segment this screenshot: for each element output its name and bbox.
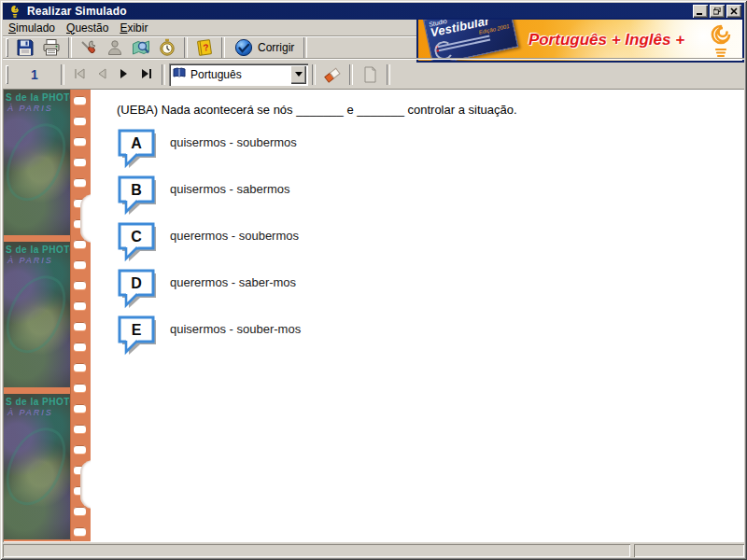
banner-headline: Português + Inglês + [519, 20, 694, 61]
menu-questao[interactable]: Questão [61, 21, 114, 35]
toolbar-separator [387, 64, 390, 85]
status-panel-left [3, 544, 630, 557]
answer-option[interactable]: A quisermos - soubermos [117, 129, 729, 170]
answer-bubble-icon[interactable]: E [117, 315, 160, 357]
frame-caption: S de la PHOTO [6, 92, 69, 103]
app-bulb-icon [7, 4, 22, 19]
answer-option[interactable]: E quisermos - souber-mos [117, 315, 729, 357]
sprocket-hole [74, 281, 86, 289]
minimize-button[interactable] [693, 5, 708, 18]
print-button[interactable] [38, 36, 64, 59]
toolbar-grip[interactable] [6, 65, 8, 84]
corrigir-label: Corrigir [258, 41, 294, 54]
status-panel-right [634, 544, 744, 557]
answer-bubble-icon[interactable]: A [117, 129, 160, 170]
answer-option[interactable]: D querermos - saber-mos [117, 269, 729, 310]
frame-subcaption: À PARIS [7, 408, 53, 417]
filmstrip-frames: S de la PHOTO À PARIS S de la PHOTO À PA… [4, 90, 71, 541]
filmstrip-photo-frame: S de la PHOTO À PARIS [4, 394, 71, 539]
sprocket-hole [74, 527, 86, 536]
sprocket-hole [74, 507, 86, 515]
toolbar-separator [312, 64, 316, 85]
close-button[interactable] [726, 5, 741, 18]
toolbar-separator [162, 64, 165, 85]
sprocket-hole [74, 384, 86, 392]
option-letter: B [131, 182, 142, 198]
toolbar-separator [221, 37, 225, 58]
next-question-button[interactable] [113, 64, 135, 85]
save-button[interactable] [12, 36, 38, 59]
timer-button[interactable] [154, 36, 180, 59]
question-area: S de la PHOTO À PARIS S de la PHOTO À PA… [3, 89, 744, 542]
option-text: querermos - saber-mos [170, 275, 296, 289]
printer-icon [42, 38, 61, 57]
toolbar-grip[interactable] [6, 38, 8, 57]
toolbar-separator [303, 37, 307, 58]
sprocket-hole [74, 96, 86, 105]
option-text: quisermos - souber-mos [170, 322, 301, 336]
sprocket-hole [74, 137, 86, 146]
sprocket-hole [74, 404, 86, 413]
frame-subcaption: À PARIS [7, 104, 53, 113]
answer-option[interactable]: C querermos - soubermos [117, 222, 729, 263]
option-text: querermos - soubermos [170, 229, 299, 243]
answer-bubble-icon[interactable]: D [117, 269, 160, 310]
menu-bar: Simulado Questão Exibir [3, 20, 414, 35]
option-letter: D [131, 275, 142, 291]
frame-caption: S de la PHOTO [6, 245, 69, 255]
main-toolbar: ? Corrigir [3, 35, 416, 59]
frame-caption: S de la PHOTO [6, 397, 69, 407]
eraser-icon [322, 64, 343, 85]
config-tools-button[interactable] [76, 36, 102, 59]
option-text: quisermos - sabermos [170, 182, 290, 196]
question-number: 1 [12, 67, 57, 82]
note-page-icon [360, 65, 379, 84]
answer-bubble-icon[interactable]: C [117, 222, 160, 263]
help-book-icon: ? [195, 38, 214, 57]
previous-icon [96, 66, 107, 83]
annotation-button[interactable] [357, 63, 383, 86]
answer-option[interactable]: B quisermos - sabermos [117, 175, 729, 217]
window-title: Realizar Simulado [27, 5, 693, 18]
previous-question-button[interactable] [91, 64, 113, 85]
last-question-button[interactable] [135, 64, 158, 85]
corrigir-button[interactable]: Corrigir [229, 36, 300, 59]
book-icon [172, 65, 187, 84]
menu-simulado[interactable]: Simulado [3, 21, 61, 35]
toolbar-separator [68, 37, 72, 58]
restore-button[interactable] [710, 5, 725, 18]
sprocket-hole [74, 445, 86, 454]
product-box-image: Studio Vestibular Edição 2001 [423, 18, 518, 63]
frame-subcaption: À PARIS [7, 256, 53, 265]
check-orb-icon [234, 38, 253, 57]
sprocket-hole [74, 158, 86, 166]
options-list: A quisermos - soubermos B quisermos - sa… [117, 129, 729, 357]
last-icon [140, 66, 153, 83]
dropdown-arrow-button[interactable] [290, 65, 306, 84]
subject-dropdown[interactable]: Português [169, 63, 308, 86]
filmstrip-notch [80, 194, 91, 243]
sprocket-hole [74, 240, 86, 248]
option-letter: E [132, 322, 142, 338]
sprocket-hole [74, 301, 86, 310]
sprocket-hole [74, 425, 86, 433]
clock-icon [158, 38, 176, 57]
toolbar-separator [184, 37, 188, 58]
answer-bubble-icon[interactable]: B [117, 175, 160, 217]
menu-exibir[interactable]: Exibir [114, 21, 153, 35]
tools-icon [79, 38, 98, 57]
question-pane: (UEBA) Nada acontecerá se nós _______ e … [117, 103, 729, 362]
bulb-logo-icon [705, 21, 737, 63]
sprocket-hole [74, 178, 86, 187]
sprocket-hole [74, 117, 86, 125]
filmstrip-photo-frame: S de la PHOTO À PARIS [4, 242, 71, 387]
navigation-toolbar: 1 [3, 58, 744, 90]
filmstrip-decoration: S de la PHOTO À PARIS S de la PHOTO À PA… [4, 90, 91, 541]
option-letter: A [131, 135, 142, 151]
filmstrip-photo-frame: S de la PHOTO À PARIS [4, 90, 71, 235]
search-button[interactable] [128, 36, 154, 59]
student-button[interactable] [102, 36, 128, 59]
first-question-button[interactable] [68, 64, 91, 85]
eraser-button[interactable] [319, 63, 345, 86]
help-button[interactable]: ? [191, 36, 218, 59]
